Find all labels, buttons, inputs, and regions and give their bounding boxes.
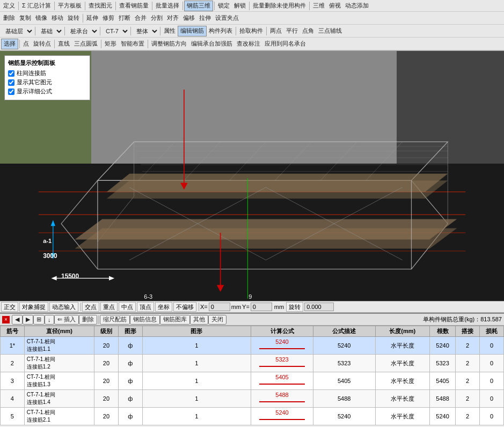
- btn-viewrebar[interactable]: 查看钢筋量: [117, 1, 151, 11]
- table-row[interactable]: 4CT-7-1.桩间连接筋1.420ф154885488水平长度548820: [1, 390, 504, 408]
- btn-batchdel[interactable]: 批量删除未使用构件: [251, 1, 308, 11]
- close-icon[interactable]: ×: [2, 316, 10, 323]
- btn-grid[interactable]: ⊞: [33, 315, 45, 325]
- cell-desc: 水平长度: [375, 390, 429, 408]
- btn-other[interactable]: 其他: [190, 315, 208, 325]
- table-row[interactable]: 2CT-7-1.桩间连接筋1.220ф153235323水平长度532320: [1, 355, 504, 372]
- btn-nooffset[interactable]: 不偏移: [173, 302, 196, 312]
- viewport-bg-bottom: [0, 164, 504, 301]
- btn-center[interactable]: 中点: [119, 302, 136, 312]
- btn-del-row[interactable]: 删除: [79, 315, 97, 325]
- sep: [309, 2, 310, 10]
- btn-findelement[interactable]: 查找图元: [86, 1, 114, 11]
- y-input[interactable]: [251, 303, 272, 311]
- btn-unlock[interactable]: 解锁: [232, 1, 248, 11]
- btn-scale-rebar[interactable]: 缩尺配筋: [100, 315, 130, 325]
- btn-next[interactable]: ▶: [23, 315, 33, 325]
- btn-dyninput[interactable]: 动态输入: [49, 302, 78, 312]
- sep: [115, 2, 116, 10]
- btn-select[interactable]: 选择: [1, 39, 18, 49]
- btn-coord[interactable]: 坐标: [155, 302, 172, 312]
- panel-item-2: 显示其它图元: [8, 78, 86, 86]
- x-unit: mm: [231, 304, 241, 310]
- btn-applyname[interactable]: 应用到同名承台: [262, 39, 308, 49]
- table-row[interactable]: 3CT-7-1.桩间连接筋1.320ф154055405水平长度540520: [1, 372, 504, 390]
- btn-trim[interactable]: 修剪: [100, 13, 116, 24]
- btn-copy[interactable]: 复制: [17, 13, 33, 24]
- table-row[interactable]: 5CT-7-1.桩间连接筋2.120ф152405240水平长度524020: [1, 408, 504, 425]
- btn-calc[interactable]: Σ 汇总计算: [20, 1, 53, 11]
- base-select[interactable]: 基础: [36, 26, 63, 36]
- btn-rebar-info[interactable]: 钢筋信息: [130, 315, 160, 325]
- btn-merge[interactable]: 合并: [133, 13, 149, 24]
- btn-offset[interactable]: 偏移: [181, 13, 197, 24]
- btn-smartplace[interactable]: 智能布置: [119, 39, 147, 49]
- btn-complist[interactable]: 构件列表: [207, 26, 235, 36]
- btn-parallel[interactable]: 平行: [284, 26, 300, 36]
- btn-define[interactable]: 定义: [1, 1, 17, 11]
- sep: [148, 40, 148, 48]
- sep: [83, 14, 83, 23]
- btn-rotatepoint[interactable]: 旋转点: [31, 39, 53, 49]
- btn-setpoint[interactable]: 设置夹点: [213, 13, 241, 24]
- btn-rebar-lib[interactable]: 钢筋图库: [160, 315, 190, 325]
- btn-midpt[interactable]: 重点: [100, 302, 118, 312]
- cell-lap: 0: [480, 390, 504, 408]
- checkbox-show-formula[interactable]: [8, 89, 14, 95]
- btn-3d[interactable]: 三维: [311, 1, 327, 11]
- btn-align[interactable]: 对齐: [165, 13, 181, 24]
- btn-mirror[interactable]: 镜像: [33, 13, 49, 24]
- btn-prev[interactable]: ◀: [12, 315, 23, 325]
- btn-vertex[interactable]: 顶点: [137, 302, 154, 312]
- btn-rotate[interactable]: 旋转: [286, 302, 303, 312]
- btn-editrebar[interactable]: 编辑钢筋: [178, 26, 207, 36]
- btn-ortho[interactable]: 正交: [1, 302, 18, 312]
- btn-topview[interactable]: 俯视: [327, 1, 343, 11]
- btn-delete[interactable]: 删除: [1, 13, 17, 24]
- btn-twopoint[interactable]: 两点: [268, 26, 284, 36]
- btn-down[interactable]: ↓: [45, 315, 54, 325]
- btn-pointangle[interactable]: 点角: [300, 26, 316, 36]
- btn-move[interactable]: 移动: [49, 13, 65, 24]
- scope-select[interactable]: 整体: [132, 26, 159, 36]
- sep: [266, 27, 267, 35]
- btn-arc[interactable]: 三点圆弧: [72, 39, 100, 49]
- btn-flatplate[interactable]: 平方板板: [56, 1, 84, 11]
- btn-extend[interactable]: 延伸: [84, 13, 100, 24]
- btn-modifynote[interactable]: 查改标注: [235, 39, 262, 49]
- btn-osnap[interactable]: 对象捕捉: [19, 302, 48, 312]
- btn-split[interactable]: 分割: [149, 13, 165, 24]
- cell-num: 4: [1, 390, 25, 408]
- btn-intersect[interactable]: 交点: [82, 302, 99, 312]
- btn-stretch[interactable]: 拉伸: [197, 13, 213, 24]
- btn-dynview[interactable]: 动态添加: [343, 1, 371, 11]
- btn-rect[interactable]: 矩形: [103, 39, 119, 49]
- btn-pickcomp[interactable]: 拾取构件: [237, 26, 265, 36]
- panel-item-1: 柱间连接筋: [8, 69, 86, 77]
- table-row[interactable]: 1*CT-7-1.桩间连接筋1.120ф152405240水平长度524020: [1, 337, 504, 355]
- btn-close[interactable]: 关闭: [208, 315, 227, 325]
- x-input[interactable]: [209, 303, 230, 311]
- checkbox-show-other[interactable]: [8, 79, 14, 86]
- btn-rotate[interactable]: 旋转: [65, 13, 82, 24]
- btn-editcap[interactable]: 编辑承台加强筋: [189, 39, 235, 49]
- sep: [54, 2, 55, 10]
- layer-select[interactable]: 基础层: [1, 26, 34, 36]
- btn-batchsel[interactable]: 批量选择: [154, 1, 181, 11]
- btn-line[interactable]: 直线: [56, 39, 72, 49]
- btn-break[interactable]: 打断: [116, 13, 133, 24]
- checkbox-pillar-link[interactable]: [8, 70, 14, 77]
- sep: [182, 2, 183, 10]
- comp-select[interactable]: 桩承台: [66, 26, 99, 36]
- bottom-toolbar: × ◀ ▶ ⊞ ↓ ⇐ 插入 删除 缩尺配筋 钢筋信息 钢筋图库 其他 关闭 单…: [0, 314, 504, 326]
- btn-rebar3d[interactable]: 钢筋三维: [184, 1, 213, 11]
- btn-import[interactable]: ⇐ 插入: [54, 315, 79, 325]
- btn-threeline[interactable]: 三点辅线: [316, 26, 344, 36]
- btn-adjustdir[interactable]: 调整钢筋方向: [149, 39, 189, 49]
- btn-point[interactable]: 点: [21, 39, 31, 49]
- rotate-input[interactable]: [304, 303, 334, 311]
- btn-lock[interactable]: 锁定: [216, 1, 232, 11]
- viewport-3d[interactable]: 钢筋显示控制面板 柱间连接筋 显示其它图元 显示详细公式: [0, 51, 504, 301]
- ct-select[interactable]: CT-7: [101, 26, 129, 36]
- btn-property[interactable]: 属性: [162, 26, 178, 36]
